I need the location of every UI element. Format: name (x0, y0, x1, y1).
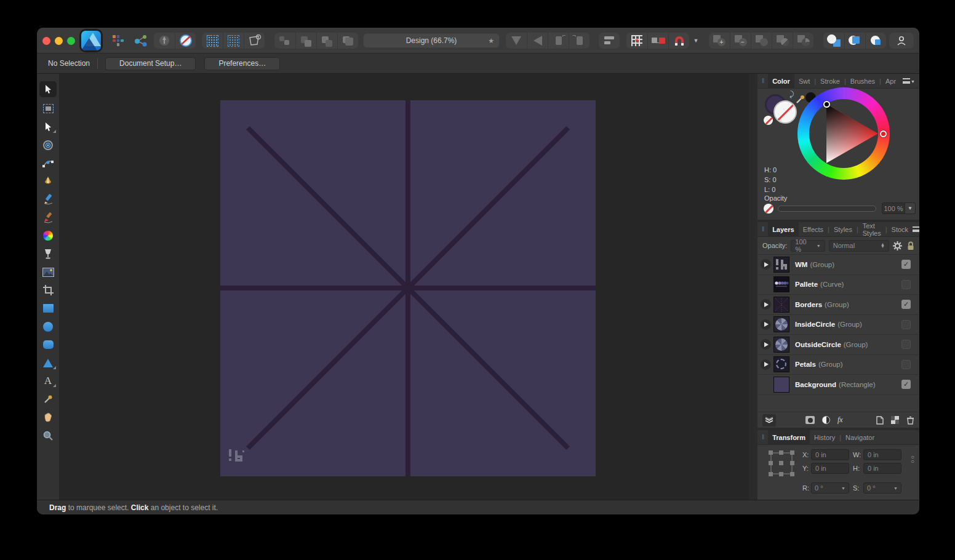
minimize-window-button[interactable] (55, 37, 63, 45)
fill-swatch-nofill[interactable] (773, 100, 797, 124)
layer-settings-gear-icon[interactable] (893, 241, 902, 250)
tab-transform[interactable]: Transform (768, 430, 810, 445)
rotate-cw-icon[interactable] (569, 33, 589, 49)
link-dimensions-icon[interactable]: ○○ (911, 455, 914, 463)
opacity-caret[interactable]: ▼ (905, 202, 916, 214)
lock-icon[interactable] (907, 241, 914, 250)
tab-effects[interactable]: Effects (799, 222, 828, 237)
boolean-intersect-icon[interactable] (751, 33, 772, 49)
crop-tool[interactable] (39, 284, 57, 297)
visibility-checkbox[interactable] (901, 360, 911, 369)
move-to-front-icon[interactable] (337, 33, 358, 49)
tab-color[interactable]: Color (768, 74, 794, 89)
zoom-tool[interactable] (39, 429, 57, 442)
pencil-tool[interactable] (39, 193, 57, 206)
tab-brushes[interactable]: Brushes (846, 74, 879, 89)
transform-mode-icon[interactable] (244, 33, 265, 49)
color-wheel[interactable] (797, 87, 890, 180)
transparency-tool[interactable] (39, 247, 57, 261)
tab-layers[interactable]: Layers (768, 222, 798, 237)
visibility-checkbox[interactable] (901, 340, 911, 349)
insert-on-top-icon[interactable] (844, 33, 865, 49)
visibility-checkbox[interactable]: ✓ (901, 260, 911, 269)
layer-row[interactable]: Petals(Group) (757, 355, 919, 375)
artboard-tool[interactable] (39, 102, 57, 116)
hue-selector[interactable] (880, 130, 887, 137)
y-field[interactable]: 0 in (811, 463, 849, 474)
boolean-add-icon[interactable]: + (709, 33, 730, 49)
expand-arrow-icon[interactable] (761, 339, 771, 350)
document-setup-button[interactable]: Document Setup… (105, 57, 196, 70)
document-title[interactable]: Design (66.7%) ★ (363, 33, 500, 48)
close-window-button[interactable] (42, 37, 50, 45)
layer-row[interactable]: Borders(Group) ✓ (757, 295, 919, 315)
studio-presets-icon[interactable] (108, 33, 129, 49)
layer-thumbnail[interactable] (773, 337, 789, 353)
insert-inside-icon[interactable] (865, 33, 886, 49)
point-transform-tool[interactable] (39, 138, 57, 152)
flip-vertical-icon[interactable] (506, 33, 527, 49)
h-field[interactable]: 0 in (863, 463, 901, 474)
anchor-point-selector[interactable] (769, 450, 794, 476)
x-field[interactable]: 0 in (811, 449, 849, 460)
colour-picker-tool[interactable] (39, 393, 57, 406)
layer-thumbnail[interactable] (773, 257, 789, 273)
rectangle-tool[interactable] (39, 302, 57, 315)
w-field[interactable]: 0 in (863, 449, 901, 460)
fill-tool[interactable] (39, 229, 57, 242)
pixel-persona-icon[interactable] (175, 33, 196, 49)
layer-thumbnail[interactable] (773, 356, 789, 372)
panel-menu-icon[interactable]: ▼ (913, 226, 919, 232)
layer-row[interactable]: Pallete(Curve) (757, 275, 919, 295)
move-forward-one-icon[interactable] (316, 33, 337, 49)
snapping-magnet-icon[interactable] (668, 33, 689, 49)
rotation-dropdown[interactable]: 0 °▼ (811, 482, 849, 494)
expand-arrow-icon[interactable] (761, 319, 771, 330)
triangle-selector[interactable] (823, 101, 830, 108)
expand-arrow-icon[interactable] (761, 299, 771, 310)
nofill-mini-swatch[interactable] (764, 116, 773, 125)
select-dotted-icon[interactable] (223, 33, 244, 49)
triangle-tool[interactable] (39, 356, 57, 370)
adjustment-layer-icon[interactable] (822, 416, 830, 424)
layer-row[interactable]: InsideCircle(Group) (757, 315, 919, 335)
panel-drag-handle[interactable]: ‖ (762, 78, 765, 84)
layer-thumbnail[interactable] (773, 297, 789, 313)
boolean-xor-icon[interactable] (772, 33, 793, 49)
tab-navigator[interactable]: Navigator (841, 430, 879, 445)
place-image-tool[interactable] (39, 265, 57, 279)
visibility-checkbox[interactable] (901, 280, 911, 289)
panel-divider[interactable] (749, 74, 757, 500)
delete-layer-icon[interactable] (906, 416, 914, 425)
preferences-button[interactable]: Preferences… (204, 57, 280, 70)
flip-horizontal-icon[interactable] (527, 33, 548, 49)
tab-history[interactable]: History (810, 430, 839, 445)
tab-stroke[interactable]: Stroke (816, 74, 844, 89)
visibility-checkbox[interactable]: ✓ (901, 300, 911, 309)
expand-arrow-icon[interactable] (761, 259, 771, 270)
layer-thumbnail[interactable] (773, 377, 789, 393)
visibility-checkbox[interactable]: ✓ (901, 380, 911, 389)
move-back-one-icon[interactable] (295, 33, 316, 49)
canvas-viewport[interactable] (59, 74, 749, 500)
layers-opacity-dropdown[interactable]: 100 %▼ (791, 240, 825, 252)
expand-arrow-icon[interactable] (761, 359, 771, 370)
hsl-triangle[interactable] (797, 87, 890, 180)
opacity-value-box[interactable]: 100 % (882, 202, 905, 214)
mask-layer-icon[interactable] (805, 416, 815, 424)
layer-row[interactable]: WM(Group) ✓ (757, 255, 919, 275)
account-icon[interactable] (889, 33, 914, 49)
move-tool[interactable] (39, 81, 57, 97)
boolean-divide-icon[interactable] (793, 33, 813, 49)
grid-icon[interactable] (626, 33, 647, 49)
text-tool[interactable]: A (39, 374, 57, 388)
node-select-tool[interactable] (39, 120, 57, 134)
boolean-subtract-icon[interactable]: − (730, 33, 751, 49)
move-back-icon[interactable] (274, 33, 295, 49)
tab-styles[interactable]: Styles (829, 222, 857, 237)
layer-row[interactable]: Background(Rectangle) ✓ (757, 375, 919, 395)
artboard[interactable] (220, 100, 596, 476)
new-layer-icon[interactable] (876, 416, 884, 425)
export-persona-icon[interactable] (154, 33, 175, 49)
layer-effects-icon[interactable]: fx (837, 415, 843, 425)
